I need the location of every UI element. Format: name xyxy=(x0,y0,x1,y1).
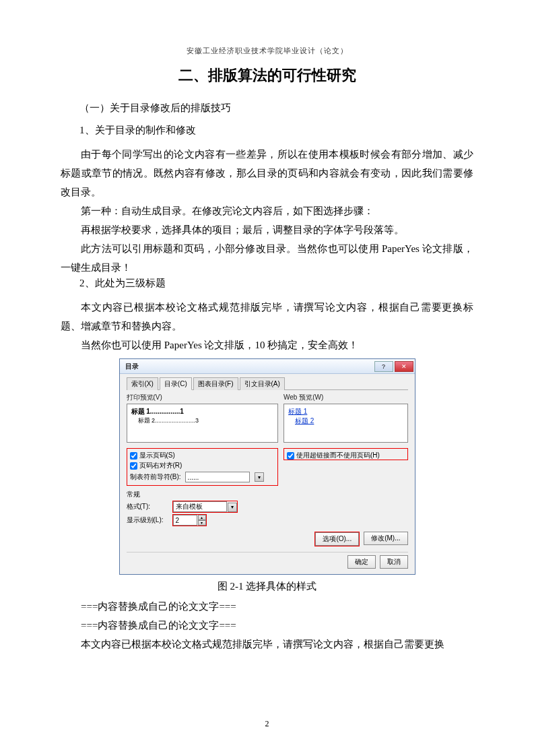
subsection-1-2: 2、此处为三级标题 xyxy=(79,277,473,290)
right-align-checkbox[interactable] xyxy=(130,462,137,470)
placeholder-text: ===内容替换成自己的论文文字=== xyxy=(61,616,473,635)
spinner-down-icon[interactable]: ▾ xyxy=(198,520,206,526)
print-preview-label: 打印预览(V) xyxy=(127,393,279,402)
help-button[interactable]: ? xyxy=(374,361,393,372)
page-number: 2 xyxy=(0,719,534,729)
show-pagenum-checkbox[interactable] xyxy=(130,452,137,460)
tab-toc[interactable]: 目录(C) xyxy=(160,377,192,390)
checkbox-label: 使用超链接而不使用页码(H) xyxy=(296,451,380,460)
preview-line: 标题 1................1 xyxy=(131,407,274,416)
modify-button[interactable]: 修改(M)... xyxy=(364,532,407,545)
dropdown-icon[interactable]: ▾ xyxy=(255,472,264,482)
section-title: 二、排版算法的可行性研究 xyxy=(61,65,473,86)
subsection-1: （一）关于目录修改后的排版技巧 xyxy=(79,102,473,115)
paragraph: 本文内容已根据本校论文格式规范排版完毕，请撰写论文内容，根据自己需要更换 xyxy=(61,635,473,654)
leader-label: 制表符前导符(B): xyxy=(130,472,181,482)
web-preview-box: 标题 1 标题 2 xyxy=(283,404,408,443)
paragraph: 当然你也可以使用 PaperYes 论文排版，10 秒搞定，安全高效！ xyxy=(61,336,473,354)
paragraph: 本文内容已根据本校论文格式规范排版完毕，请撰写论文内容，根据自己需要更换标题、增… xyxy=(61,298,473,336)
paragraph: 由于每个同学写出的论文内容有一些差异，所以在使用本模板时候会有部分增加、减少标题… xyxy=(61,145,473,201)
running-header: 安徽工业经济职业技术学院毕业设计（论文） xyxy=(61,46,473,56)
levels-spinner[interactable]: 2 ▴▾ xyxy=(173,515,206,526)
leader-select[interactable]: ...... xyxy=(185,472,250,482)
format-select[interactable]: 来自模板 xyxy=(173,501,227,512)
checkbox-label: 页码右对齐(R) xyxy=(139,461,182,470)
dropdown-icon[interactable]: ▾ xyxy=(228,503,237,512)
toc-dialog: 目录 ? ✕ 索引(X) 目录(C) 图表目录(F) 引文目录(A) 打印预览(… xyxy=(119,358,415,575)
dialog-title: 目录 xyxy=(125,362,373,371)
subsection-1-1: 1、关于目录的制作和修改 xyxy=(79,124,473,137)
checkbox-label: 显示页码(S) xyxy=(139,451,175,460)
placeholder-text: ===内容替换成自己的论文文字=== xyxy=(61,597,473,616)
web-preview-label: Web 预览(W) xyxy=(283,393,408,402)
cancel-button[interactable]: 取消 xyxy=(380,555,408,569)
tab-index[interactable]: 索引(X) xyxy=(127,377,158,390)
print-preview-box: 标题 1................1 标题 2..............… xyxy=(127,404,279,443)
preview-link[interactable]: 标题 1 xyxy=(288,408,307,415)
spinner-up-icon[interactable]: ▴ xyxy=(198,515,206,520)
normal-section-label: 常规 xyxy=(127,490,408,499)
dialog-screenshot: 目录 ? ✕ 索引(X) 目录(C) 图表目录(F) 引文目录(A) 打印预览(… xyxy=(61,358,473,575)
paragraph: 再根据学校要求，选择具体的项目；最后，调整目录的字体字号段落等。 xyxy=(61,220,473,239)
tab-figures[interactable]: 图表目录(F) xyxy=(193,377,238,390)
tab-citations[interactable]: 引文目录(A) xyxy=(240,377,285,390)
format-label: 格式(T): xyxy=(127,502,167,511)
paragraph: 第一种：自动生成目录。在修改完论文内容后，如下图选择步骤： xyxy=(61,201,473,220)
tab-row: 索引(X) 目录(C) 图表目录(F) 引文目录(A) xyxy=(127,377,408,390)
hyperlink-checkbox[interactable] xyxy=(287,452,294,460)
levels-value[interactable]: 2 xyxy=(173,515,197,526)
preview-line: 标题 2........................3 xyxy=(138,416,274,425)
preview-link[interactable]: 标题 2 xyxy=(295,417,314,424)
close-button[interactable]: ✕ xyxy=(395,361,413,372)
levels-label: 显示级别(L): xyxy=(127,515,167,525)
ok-button[interactable]: 确定 xyxy=(347,555,376,569)
options-button[interactable]: 选项(O)... xyxy=(315,532,359,546)
dialog-titlebar: 目录 ? ✕ xyxy=(120,359,415,374)
figure-caption: 图 2-1 选择具体的样式 xyxy=(61,580,473,593)
paragraph: 此方法可以引用标题和页码，小部分修改目录。当然你也可以使用 PaperYes 论… xyxy=(61,239,473,277)
